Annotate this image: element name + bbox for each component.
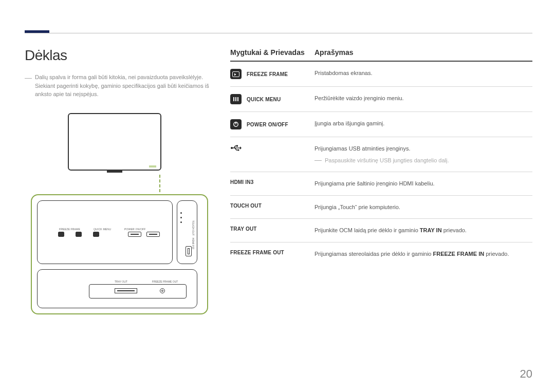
- quick-menu-icon: [230, 94, 242, 104]
- diag-label-trayout: TRAY OUT: [115, 280, 127, 283]
- row-desc: Prijungiama prie šaltinio įrenginio HDMI…: [314, 179, 532, 188]
- usb-port-icon: [128, 232, 141, 237]
- disclaimer-note: ― Dalių spalva ir forma gali būti kitoki…: [25, 73, 210, 99]
- usb-icon: [230, 144, 242, 154]
- tray-out-port-icon: [115, 288, 137, 293]
- section-title: Dėklas: [25, 47, 210, 64]
- power-icon: [230, 119, 242, 129]
- svg-marker-9: [240, 146, 242, 150]
- diag-label-quick: QUICK MENU: [94, 228, 111, 231]
- svg-marker-1: [234, 73, 236, 76]
- svg-rect-10: [236, 145, 238, 147]
- table-row: TOUCH OUT Prijungia „Touch“ prie kompiut…: [230, 196, 532, 219]
- freeze-out-jack-icon: [160, 288, 165, 293]
- connection-line: [159, 175, 160, 192]
- header-rule: [25, 33, 532, 33]
- usb-port-icon: [146, 232, 160, 237]
- th-buttons-ports: Mygtukai & Prievadas: [230, 48, 307, 57]
- freeze-frame-icon: [230, 69, 242, 79]
- note-text: Dalių spalva ir forma gali būti kitokia,…: [35, 73, 210, 99]
- row-label: POWER ON/OFF: [247, 122, 288, 127]
- tray-front-panel: FREEZE FRAME QUICK MENU POWER ON/OFF: [37, 200, 173, 264]
- diag-label-power: POWER ON/OFF: [124, 228, 146, 231]
- tray-bottom-panel: TRAY OUT FREEZE FRAME OUT: [37, 269, 197, 308]
- row-desc: Pristabdomas ekranas.: [314, 69, 532, 78]
- diag-label-touch: TOUCH OUT: [192, 220, 195, 236]
- svg-rect-2: [233, 97, 234, 101]
- row-desc: Prijungiamas stereolaidas prie dėklo ir …: [314, 250, 532, 258]
- row-label: QUICK MENU: [247, 97, 281, 102]
- dash-icon: ―: [314, 156, 322, 165]
- row-label: FREEZE FRAME OUT: [230, 250, 284, 255]
- svg-rect-4: [237, 97, 238, 101]
- row-label: FREEZE FRAME: [247, 71, 288, 77]
- quick-button-icon: [76, 232, 82, 237]
- row-subnote: ―Paspauskite viršutinę USB jungties dang…: [314, 156, 532, 165]
- monitor-illustration: [68, 113, 161, 173]
- table-row: HDMI IN3 Prijungiama prie šaltinio įreng…: [230, 172, 532, 196]
- dash-icon: ―: [25, 74, 32, 81]
- table-header: Mygtukai & Prievadas Aprašymas: [230, 48, 532, 62]
- row-label: HDMI IN3: [230, 179, 254, 185]
- table-row: POWER ON/OFF Įjungia arba išjungia gamin…: [230, 112, 532, 137]
- svg-rect-3: [235, 97, 236, 101]
- tray-illustration: FREEZE FRAME QUICK MENU POWER ON/OFF: [31, 194, 208, 314]
- row-desc: Peržiūrėkite vaizdo įrenginio meniu.: [314, 94, 532, 103]
- svg-point-11: [237, 149, 239, 151]
- manual-page: Dėklas ― Dalių spalva ir forma gali būti…: [0, 0, 555, 392]
- freeze-button-icon: [58, 232, 64, 237]
- table-row: FREEZE FRAME OUT Prijungiamas stereolaid…: [230, 242, 532, 266]
- row-label: TRAY OUT: [230, 226, 257, 232]
- row-desc: Prijungiamas USB atminties įrenginys.: [314, 144, 532, 153]
- diag-label-freeze: FREEZE FRAME: [59, 228, 80, 231]
- row-desc: Prijungia „Touch“ prie kompiuterio.: [314, 203, 532, 212]
- diag-label-hdmi: HDMI IN3: [192, 237, 195, 249]
- row-desc: Įjungia arba išjungia gaminį.: [314, 119, 532, 128]
- table-row: Prijungiamas USB atminties įrenginys. ―P…: [230, 137, 532, 172]
- page-number: 20: [520, 367, 532, 381]
- diag-label-ffout: FREEZE FRAME OUT: [152, 280, 178, 283]
- tray-side-panel: TOUCH OUT HDMI IN3: [177, 200, 197, 264]
- hdmi-port-icon: [186, 246, 192, 256]
- table-row: QUICK MENU Peržiūrėkite vaizdo įrenginio…: [230, 87, 532, 112]
- row-desc: Prijunkite OCM laidą prie dėklo ir gamin…: [314, 226, 532, 235]
- left-column: Dėklas ― Dalių spalva ir forma gali būti…: [25, 47, 210, 314]
- power-button-icon: [93, 232, 99, 237]
- ports-table: Mygtukai & Prievadas Aprašymas FREEZE FR…: [230, 48, 532, 265]
- table-row: FREEZE FRAME Pristabdomas ekranas.: [230, 62, 532, 87]
- svg-rect-0: [233, 71, 239, 77]
- row-label: TOUCH OUT: [230, 203, 262, 209]
- th-description: Aprašymas: [314, 48, 354, 57]
- table-row: TRAY OUT Prijunkite OCM laidą prie dėklo…: [230, 219, 532, 242]
